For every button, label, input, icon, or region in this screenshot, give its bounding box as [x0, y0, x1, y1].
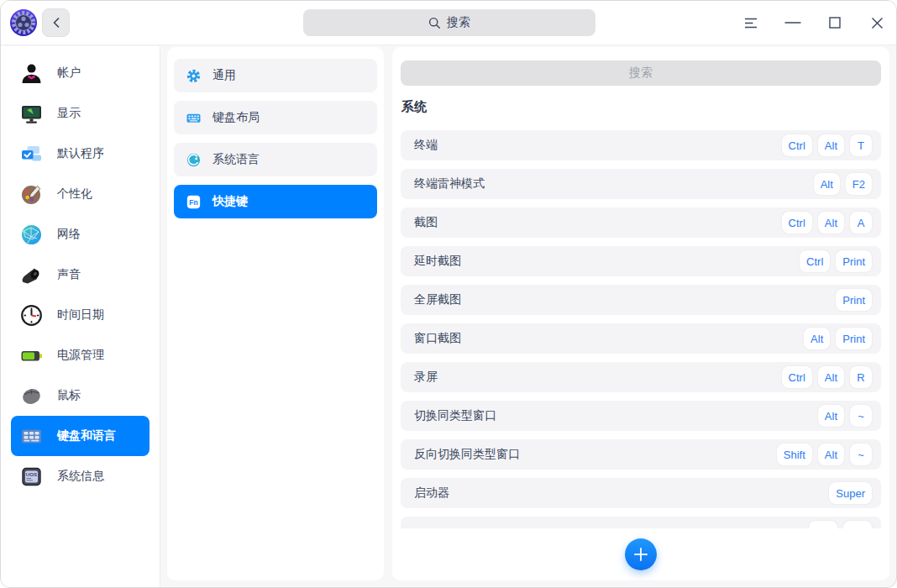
titlebar-search-input[interactable]: 搜索 [303, 9, 595, 36]
category-nav: 通用键盘布局系统语言Fn快捷键 [167, 47, 384, 580]
account-icon [20, 62, 43, 85]
key-badge: T [850, 134, 872, 156]
sidebar-item-6[interactable]: 时间日期 [11, 295, 150, 335]
key-combo: Print [836, 289, 872, 311]
shortcut-row[interactable]: 反向切换同类型窗口ShiftAlt~ [401, 439, 881, 470]
category-item-0[interactable]: 通用 [174, 59, 377, 92]
maximize-button[interactable] [825, 13, 845, 33]
datetime-icon [20, 304, 43, 327]
category-item-label: 系统语言 [212, 152, 260, 167]
svg-text:UOS: UOS [26, 471, 37, 477]
keyboard-language-icon [20, 425, 43, 448]
key-badge: Print [836, 289, 872, 311]
sidebar-item-3[interactable]: 个性化 [11, 174, 150, 214]
sidebar-item-2[interactable]: 默认程序 [11, 134, 150, 174]
sidebar-item-0[interactable]: 帐户 [11, 53, 150, 93]
minimize-button[interactable] [783, 13, 803, 33]
shortcut-row[interactable]: 切换同类型窗口Alt~ [401, 401, 881, 431]
shortcut-row[interactable]: 终端雷神模式AltF2 [401, 169, 881, 199]
shortcut-row[interactable]: 终端CtrlAltT [401, 130, 881, 160]
shortcut-row[interactable]: 启动器Super [401, 478, 881, 508]
category-item-3[interactable]: Fn快捷键 [174, 185, 377, 218]
key-combo: AltPrint [804, 328, 872, 349]
sidebar-item-8[interactable]: 鼠标 [11, 375, 150, 416]
category-item-label: 快捷键 [212, 194, 248, 209]
key-combo: CtrlPrint [800, 250, 872, 272]
category-item-2[interactable]: 系统语言 [174, 143, 377, 176]
category-item-label: 键盘布局 [212, 110, 260, 125]
key-badge: Alt [814, 173, 840, 195]
sidebar-item-10[interactable]: UOS系统信息 [11, 456, 150, 496]
key-combo: CtrlAltR [782, 366, 872, 388]
key-badge: Alt [818, 444, 844, 465]
key-badge: Ctrl [782, 366, 812, 388]
sidebar-item-9[interactable]: 键盘和语言 [11, 416, 150, 456]
shortcut-label: 全屏截图 [414, 292, 461, 307]
sidebar-item-5[interactable]: 声音 [11, 255, 150, 295]
key-badge: F2 [846, 173, 872, 195]
network-icon [20, 223, 43, 246]
shortcut-row[interactable]: 窗口截图AltPrint [401, 323, 881, 354]
titlebar-search-placeholder: 搜索 [447, 15, 470, 30]
shortcut-search-input[interactable]: 搜索 [401, 60, 881, 86]
system-info-icon: UOS [20, 465, 43, 488]
sidebar-item-label: 键盘和语言 [57, 428, 116, 444]
control-center-window: 搜索 帐户显示默认程序个性化网络声音时间日期电源管理鼠标键盘和语言UOS系统信息… [0, 0, 897, 588]
key-badge: ~ [850, 444, 872, 465]
sidebar-item-label: 声音 [57, 267, 81, 282]
shortcut-row[interactable]: 截图CtrlAltA [401, 207, 881, 238]
back-button[interactable] [42, 8, 70, 37]
mouse-icon [20, 385, 43, 407]
key-badge: Alt [818, 212, 844, 234]
sidebar-item-label: 时间日期 [57, 307, 104, 323]
key-badge: A [850, 212, 872, 234]
minimize-icon [784, 21, 801, 24]
sidebar-item-label: 系统信息 [57, 469, 104, 484]
shortcut-label: 终端 [414, 138, 438, 153]
shortcut-row[interactable]: 全屏截图Print [401, 285, 881, 315]
key-badge: Ctrl [782, 134, 812, 156]
maximize-icon [829, 17, 841, 29]
key-badge: Alt [818, 134, 844, 156]
personalization-icon [20, 183, 43, 206]
key-badge: Alt [804, 328, 830, 349]
menu-button[interactable] [741, 13, 761, 33]
key-combo: AltF2 [814, 173, 872, 195]
add-shortcut-button[interactable] [625, 538, 657, 570]
search-icon [428, 17, 441, 29]
shortcut-label: 窗口截图 [414, 331, 461, 346]
panel-footer [392, 528, 889, 580]
shortcut-label: 终端雷神模式 [414, 176, 485, 192]
shortcut-label: 延时截图 [414, 254, 461, 269]
shortcut-label: 录屏 [414, 370, 438, 385]
back-icon [50, 16, 62, 29]
sidebar-item-1[interactable]: 显示 [11, 93, 150, 134]
key-badge: Alt [818, 405, 844, 427]
app-logo-icon [9, 8, 38, 37]
sidebar-item-label: 电源管理 [57, 348, 104, 363]
default-apps-icon [20, 143, 43, 165]
close-button[interactable] [867, 13, 887, 33]
sidebar-item-label: 帐户 [57, 66, 81, 81]
keyboard-layout-icon [186, 111, 201, 125]
sidebar-item-4[interactable]: 网络 [11, 214, 150, 255]
sidebar-item-label: 默认程序 [57, 146, 104, 161]
key-combo: CtrlAltT [782, 134, 872, 156]
sidebar-item-label: 网络 [57, 227, 81, 242]
close-icon [871, 17, 884, 29]
category-item-1[interactable]: 键盘布局 [174, 101, 377, 134]
shortcut-label: 反向切换同类型窗口 [414, 447, 520, 462]
sidebar-item-label: 个性化 [57, 186, 92, 202]
general-icon [186, 69, 201, 83]
sidebar-item-label: 鼠标 [57, 388, 81, 403]
shortcut-list: 终端CtrlAltT终端雷神模式AltF2截图CtrlAltA延时截图CtrlP… [401, 130, 881, 547]
shortcuts-panel: 搜索 系统 终端CtrlAltT终端雷神模式AltF2截图CtrlAltA延时截… [392, 47, 889, 580]
shortcut-row[interactable]: 延时截图CtrlPrint [401, 246, 881, 276]
key-badge: ~ [850, 405, 872, 427]
key-combo: Super [829, 482, 872, 504]
sidebar-item-7[interactable]: 电源管理 [11, 335, 150, 375]
sidebar-nav: 帐户显示默认程序个性化网络声音时间日期电源管理鼠标键盘和语言UOS系统信息 [1, 46, 160, 587]
key-badge: Shift [777, 444, 812, 465]
shortcut-row[interactable]: 录屏CtrlAltR [401, 362, 881, 392]
shortcut-label: 切换同类型窗口 [414, 408, 496, 423]
